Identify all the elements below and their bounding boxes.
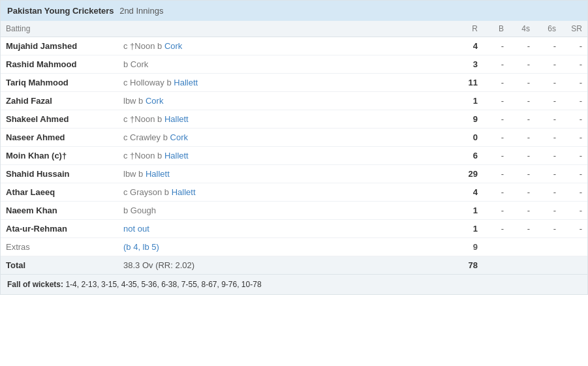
batting-table: Batting R B 4s 6s SR Mujahid Jamshedc †N… bbox=[1, 21, 587, 274]
stat-b: - bbox=[483, 183, 509, 202]
dismissal: b Cork bbox=[118, 55, 457, 74]
stat-sixes: - bbox=[535, 37, 561, 55]
table-row: Shahid Hussainlbw b Hallett29---- bbox=[1, 165, 587, 183]
total-blank bbox=[535, 256, 561, 275]
runs: 1 bbox=[457, 202, 483, 220]
dismissal: lbw b Cork bbox=[118, 92, 457, 110]
extras-blank bbox=[509, 238, 535, 256]
extras-blank bbox=[535, 238, 561, 256]
runs: 9 bbox=[457, 110, 483, 129]
runs: 1 bbox=[457, 220, 483, 238]
scorecard: Pakistan Young Cricketers 2nd Innings Ba… bbox=[0, 0, 588, 295]
total-blank bbox=[561, 256, 587, 275]
stat-sr: - bbox=[561, 55, 587, 74]
player-name: Shakeel Ahmed bbox=[1, 110, 118, 129]
table-row: Shakeel Ahmedc †Noon b Hallett9---- bbox=[1, 110, 587, 129]
dismissal: c Crawley b Cork bbox=[118, 129, 457, 147]
team-name: Pakistan Young Cricketers bbox=[7, 6, 114, 16]
dismissal: lbw b Hallett bbox=[118, 165, 457, 183]
stat-sr: - bbox=[561, 92, 587, 110]
stat-b: - bbox=[483, 202, 509, 220]
player-name: Naseer Ahmed bbox=[1, 129, 118, 147]
player-name: Shahid Hussain bbox=[1, 165, 118, 183]
table-row: Tariq Mahmoodc Holloway b Hallett11---- bbox=[1, 74, 587, 92]
stat-fours: - bbox=[509, 74, 535, 92]
stat-sixes: - bbox=[535, 92, 561, 110]
stat-b: - bbox=[483, 37, 509, 55]
total-blank bbox=[483, 256, 509, 275]
fow-label: Fall of wickets: bbox=[7, 280, 63, 289]
fow-value: 1-4, 2-13, 3-15, 4-35, 5-36, 6-38, 7-55,… bbox=[65, 280, 261, 289]
extras-label: Extras bbox=[1, 238, 118, 256]
total-runs: 78 bbox=[457, 256, 483, 275]
stat-fours: - bbox=[509, 92, 535, 110]
table-row: Athar Laeeqc Grayson b Hallett4---- bbox=[1, 183, 587, 202]
stat-fours: - bbox=[509, 129, 535, 147]
stat-b: - bbox=[483, 147, 509, 165]
stat-sr: - bbox=[561, 165, 587, 183]
total-row: Total38.3 Ov (RR: 2.02)78 bbox=[1, 256, 587, 275]
stat-sr: - bbox=[561, 202, 587, 220]
stat-sr: - bbox=[561, 220, 587, 238]
stat-sr: - bbox=[561, 147, 587, 165]
stat-sixes: - bbox=[535, 74, 561, 92]
col-sr: SR bbox=[561, 21, 587, 37]
player-name: Tariq Mahmood bbox=[1, 74, 118, 92]
col-6s: 6s bbox=[535, 21, 561, 37]
stat-sixes: - bbox=[535, 165, 561, 183]
col-batting: Batting bbox=[1, 21, 118, 37]
stat-sixes: - bbox=[535, 147, 561, 165]
stat-fours: - bbox=[509, 165, 535, 183]
stat-b: - bbox=[483, 74, 509, 92]
stat-b: - bbox=[483, 129, 509, 147]
table-row: Naseer Ahmedc Crawley b Cork0---- bbox=[1, 129, 587, 147]
col-4s: 4s bbox=[509, 21, 535, 37]
stat-sr: - bbox=[561, 183, 587, 202]
dismissal: c †Noon b Cork bbox=[118, 37, 457, 55]
table-row: Rashid Mahmoodb Cork3---- bbox=[1, 55, 587, 74]
fall-of-wickets: Fall of wickets: 1-4, 2-13, 3-15, 4-35, … bbox=[1, 274, 587, 294]
stat-b: - bbox=[483, 165, 509, 183]
stat-b: - bbox=[483, 110, 509, 129]
player-name: Zahid Fazal bbox=[1, 92, 118, 110]
extras-blank bbox=[561, 238, 587, 256]
dismissal: not out bbox=[118, 220, 457, 238]
col-dismissal bbox=[118, 21, 457, 37]
extras-row: Extras(b 4, lb 5)9 bbox=[1, 238, 587, 256]
player-name: Athar Laeeq bbox=[1, 183, 118, 202]
stat-fours: - bbox=[509, 147, 535, 165]
stat-sr: - bbox=[561, 37, 587, 55]
col-b: B bbox=[483, 21, 509, 37]
dismissal: c †Noon b Hallett bbox=[118, 147, 457, 165]
runs: 4 bbox=[457, 37, 483, 55]
stat-sixes: - bbox=[535, 220, 561, 238]
dismissal: c †Noon b Hallett bbox=[118, 110, 457, 129]
runs: 1 bbox=[457, 92, 483, 110]
stat-sixes: - bbox=[535, 129, 561, 147]
stat-fours: - bbox=[509, 55, 535, 74]
innings-header: Pakistan Young Cricketers 2nd Innings bbox=[1, 1, 587, 21]
runs: 4 bbox=[457, 183, 483, 202]
extras-blank bbox=[483, 238, 509, 256]
player-name: Rashid Mahmood bbox=[1, 55, 118, 74]
stat-fours: - bbox=[509, 183, 535, 202]
extras-detail: (b 4, lb 5) bbox=[118, 238, 457, 256]
runs: 29 bbox=[457, 165, 483, 183]
table-row: Moin Khan (c)†c †Noon b Hallett6---- bbox=[1, 147, 587, 165]
stat-sixes: - bbox=[535, 202, 561, 220]
table-row: Zahid Fazallbw b Cork1---- bbox=[1, 92, 587, 110]
stat-b: - bbox=[483, 92, 509, 110]
extras-runs: 9 bbox=[457, 238, 483, 256]
total-blank bbox=[509, 256, 535, 275]
player-name: Naeem Khan bbox=[1, 202, 118, 220]
stat-sr: - bbox=[561, 129, 587, 147]
runs: 3 bbox=[457, 55, 483, 74]
stat-sr: - bbox=[561, 74, 587, 92]
table-row: Ata-ur-Rehmannot out1---- bbox=[1, 220, 587, 238]
innings-label: 2nd Innings bbox=[119, 6, 163, 16]
dismissal: c Holloway b Hallett bbox=[118, 74, 457, 92]
player-name: Mujahid Jamshed bbox=[1, 37, 118, 55]
stat-sixes: - bbox=[535, 110, 561, 129]
runs: 11 bbox=[457, 74, 483, 92]
player-name: Ata-ur-Rehman bbox=[1, 220, 118, 238]
